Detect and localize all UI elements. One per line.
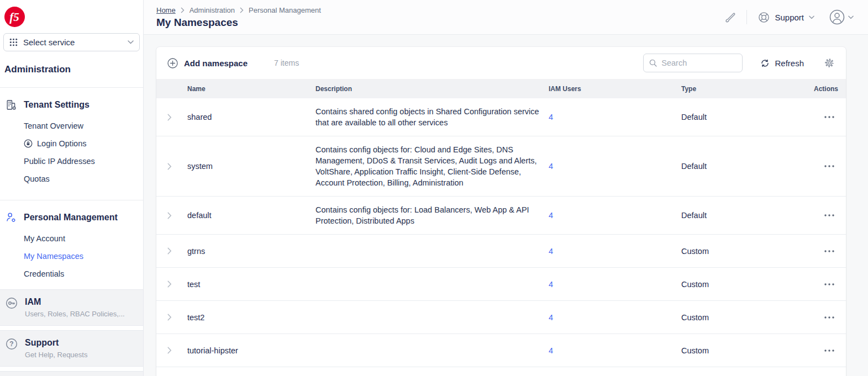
iam-users-link[interactable]: 4 xyxy=(549,313,553,322)
top-header: Home Administration Personal Management … xyxy=(144,0,868,35)
building-icon xyxy=(6,99,17,110)
account-menu-button[interactable] xyxy=(829,9,854,25)
expand-chevron-icon[interactable] xyxy=(167,347,182,354)
sidebar-item-quotas[interactable]: Quotas xyxy=(6,170,139,188)
person-gear-icon xyxy=(6,212,17,223)
app-root: f5 Select service Administration xyxy=(0,0,868,376)
sidebar-item-label: Credentials xyxy=(24,269,64,278)
chevron-down-icon xyxy=(128,40,134,44)
sidebar-item-iam[interactable]: IAM Users, Roles, RBAC Policies,... xyxy=(0,289,143,326)
table-settings-button[interactable] xyxy=(824,57,835,68)
sidebar: f5 Select service Administration xyxy=(0,0,144,376)
sidebar-group-header-personal-management[interactable]: Personal Management xyxy=(6,212,139,223)
iam-users-link[interactable]: 4 xyxy=(549,346,553,355)
namespace-type: Default xyxy=(681,211,808,220)
column-header-iam-users[interactable]: IAM Users xyxy=(549,85,676,93)
expand-chevron-icon[interactable] xyxy=(167,212,182,219)
namespace-name: test xyxy=(187,280,310,289)
expand-chevron-icon[interactable] xyxy=(167,280,182,288)
search-input[interactable] xyxy=(661,59,737,67)
sidebar-group-header-tenant-settings[interactable]: Tenant Settings xyxy=(6,99,139,110)
brush-icon xyxy=(723,10,737,24)
namespace-description: Contains shared config objects in Shared… xyxy=(315,106,543,128)
group-items: Tenant Overview Login Options Public IP … xyxy=(6,117,139,188)
toolbar-right: Refresh xyxy=(643,54,835,72)
namespace-name: test2 xyxy=(187,313,310,322)
breadcrumb: Home Administration Personal Management xyxy=(156,6,321,14)
namespace-type: Custom xyxy=(681,280,808,289)
iam-users-link[interactable]: 4 xyxy=(549,113,553,121)
expand-chevron-icon[interactable] xyxy=(167,163,182,170)
table-header-row: Name Description IAM Users Type Actions xyxy=(156,79,846,98)
sidebar-item-my-account[interactable]: My Account xyxy=(6,230,139,247)
lifebuoy-icon xyxy=(758,12,770,23)
ellipsis-icon xyxy=(824,250,835,253)
namespace-name: gtrns xyxy=(187,247,310,256)
expand-chevron-icon[interactable] xyxy=(167,247,182,255)
row-actions-button[interactable] xyxy=(824,316,835,319)
iam-users-link[interactable]: 4 xyxy=(549,280,553,289)
row-actions-button[interactable] xyxy=(824,250,835,253)
breadcrumb-personal-management[interactable]: Personal Management xyxy=(249,6,321,14)
namespace-type: Custom xyxy=(681,346,808,355)
avatar-icon xyxy=(829,9,845,25)
sidebar-item-credentials[interactable]: Credentials xyxy=(6,265,139,283)
sidebar-item-login-options[interactable]: Login Options xyxy=(6,135,139,152)
row-actions-button[interactable] xyxy=(824,165,835,168)
row-actions-button[interactable] xyxy=(824,115,835,119)
page-title: My Namespaces xyxy=(156,17,321,29)
sidebar-item-label: Public IP Addresses xyxy=(24,157,95,166)
namespace-type: Custom xyxy=(681,313,808,322)
iam-users-link[interactable]: 4 xyxy=(549,162,553,171)
refresh-button[interactable]: Refresh xyxy=(760,59,804,68)
namespace-type: Default xyxy=(681,113,808,121)
sso-lock-icon xyxy=(24,139,33,148)
table-toolbar: Add namespace 7 items xyxy=(156,47,846,79)
block-text: Support Get Help, Requests xyxy=(25,338,87,359)
namespace-type: Custom xyxy=(681,247,808,256)
support-menu-label: Support xyxy=(775,13,804,22)
expand-chevron-icon[interactable] xyxy=(167,114,182,121)
table-row: shared Contains shared config objects in… xyxy=(156,98,846,136)
theme-brush-button[interactable] xyxy=(723,10,737,24)
sidebar-item-my-namespaces[interactable]: My Namespaces xyxy=(6,247,139,265)
ellipsis-icon xyxy=(824,165,835,168)
divider xyxy=(746,10,747,24)
f5-logo[interactable]: f5 xyxy=(4,7,25,27)
namespace-name: shared xyxy=(187,113,310,121)
iam-users-link[interactable]: 4 xyxy=(549,247,553,256)
namespaces-card: Add namespace 7 items xyxy=(156,47,846,376)
sidebar-item-tenant-overview[interactable]: Tenant Overview xyxy=(6,117,139,135)
row-actions-button[interactable] xyxy=(824,214,835,217)
row-actions-button[interactable] xyxy=(824,349,835,352)
sidebar-item-support[interactable]: ? Support Get Help, Requests xyxy=(0,330,143,367)
namespace-description: Contains config objects for: Cloud and E… xyxy=(315,144,543,188)
column-header-name[interactable]: Name xyxy=(187,85,310,93)
search-box xyxy=(643,54,743,72)
sidebar-group-personal-management: Personal Management My Account My Namesp… xyxy=(0,200,143,289)
key-icon xyxy=(6,297,18,309)
column-header-type[interactable]: Type xyxy=(681,85,808,93)
breadcrumb-separator-icon xyxy=(181,7,185,13)
chevron-down-icon xyxy=(809,15,814,19)
iam-users-link[interactable]: 4 xyxy=(549,211,553,220)
sidebar-group-tenant-settings: Tenant Settings Tenant Overview Login Op… xyxy=(0,88,143,194)
ellipsis-icon xyxy=(824,283,835,286)
select-service-dropdown[interactable]: Select service xyxy=(3,33,140,51)
namespace-name: tutorial-hipster xyxy=(187,346,310,355)
row-actions-button[interactable] xyxy=(824,283,835,286)
support-menu-button[interactable]: Support xyxy=(758,12,814,23)
sidebar-bottom-stub xyxy=(0,371,143,376)
column-header-actions: Actions xyxy=(814,85,838,93)
block-text: IAM Users, Roles, RBAC Policies,... xyxy=(25,297,125,318)
expand-chevron-icon[interactable] xyxy=(167,314,182,321)
breadcrumb-home[interactable]: Home xyxy=(156,6,176,14)
grid-icon xyxy=(9,38,18,46)
block-title: Support xyxy=(25,338,87,348)
add-namespace-button[interactable]: Add namespace xyxy=(167,58,248,68)
breadcrumb-administration[interactable]: Administration xyxy=(190,6,235,14)
plus-circle-icon xyxy=(167,58,178,68)
sidebar-title: Administration xyxy=(4,64,143,75)
column-header-description[interactable]: Description xyxy=(315,85,543,93)
sidebar-item-public-ip-addresses[interactable]: Public IP Addresses xyxy=(6,152,139,170)
